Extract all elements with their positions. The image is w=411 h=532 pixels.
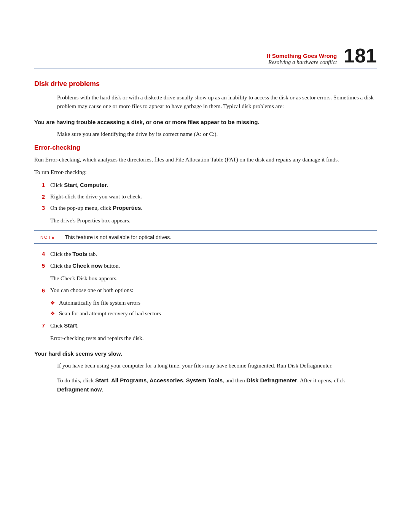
step-1-num: 1 <box>34 181 45 189</box>
step-1: 1 Click Start, Computer. <box>34 181 377 190</box>
steps-list-4: 7 Click Start. <box>34 321 377 330</box>
error-checking-section: Error-checking Run Error-checking, which… <box>34 144 377 343</box>
step-3-num: 3 <box>34 203 45 212</box>
bullet-1: ❖ Automatically fix file system errors <box>50 299 377 307</box>
diamond-icon-2: ❖ <box>50 310 55 318</box>
note-box: NOTE This feature is not available for o… <box>34 230 377 244</box>
diamond-icon-1: ❖ <box>50 299 55 307</box>
disk-drive-intro: Problems with the hard disk or with a di… <box>57 93 377 111</box>
step-6: 6 You can choose one or both options: <box>34 286 377 295</box>
step-5-sub: The Check Disk box appears. <box>50 274 377 283</box>
note-label: NOTE <box>40 235 57 240</box>
trouble-text: Make sure you are identifying the drive … <box>57 130 377 139</box>
page: If Something Goes Wrong Resolving a hard… <box>0 0 411 532</box>
step-3: 3 On the pop-up menu, click Properties. <box>34 203 377 212</box>
step-7-content: Click Start. <box>50 321 377 330</box>
hard-disk-slow-section: Your hard disk seems very slow. If you h… <box>34 350 377 394</box>
disk-drive-heading: Disk drive problems <box>34 80 377 88</box>
header-right: If Something Goes Wrong Resolving a hard… <box>267 53 337 66</box>
step-3-content: On the pop-up menu, click Properties. <box>50 203 377 212</box>
step-3-sub: The drive's Properties box appears. <box>50 216 377 225</box>
error-checking-heading: Error-checking <box>34 144 377 152</box>
step-2-num: 2 <box>34 192 45 201</box>
step-5-content: Click the Check now button. <box>50 261 377 270</box>
step-1-content: Click Start, Computer. <box>50 181 377 190</box>
step-5: 5 Click the Check now button. <box>34 261 377 270</box>
page-number: 181 <box>344 46 377 66</box>
steps-list-1: 1 Click Start, Computer. 2 Right-click t… <box>34 181 377 212</box>
hard-disk-slow-heading: Your hard disk seems very slow. <box>34 350 377 358</box>
step-2-content: Right-click the drive you want to check. <box>50 192 377 201</box>
page-header: If Something Goes Wrong Resolving a hard… <box>0 0 411 66</box>
bullet-2-text: Scan for and attempt recovery of bad sec… <box>59 309 161 318</box>
step-2: 2 Right-click the drive you want to chec… <box>34 192 377 201</box>
disk-drive-section: Disk drive problems Problems with the ha… <box>34 80 377 394</box>
header-subtitle: Resolving a hardware conflict <box>268 59 337 66</box>
step-6-num: 6 <box>34 286 45 295</box>
step-4: 4 Click the Tools tab. <box>34 249 377 259</box>
steps-list-3: 6 You can choose one or both options: <box>34 286 377 295</box>
step-7: 7 Click Start. <box>34 321 377 330</box>
trouble-heading: You are having trouble accessing a disk,… <box>34 118 377 126</box>
step-4-num: 4 <box>34 249 45 258</box>
note-content: This feature is not available for optica… <box>65 234 171 240</box>
bullet-1-text: Automatically fix file system errors <box>59 299 140 307</box>
step-6-content: You can choose one or both options: <box>50 286 377 295</box>
step-5-num: 5 <box>34 261 45 270</box>
chapter-title: If Something Goes Wrong <box>267 53 337 59</box>
step-4-content: Click the Tools tab. <box>50 249 377 259</box>
error-checking-body1: Run Error-checking, which analyzes the d… <box>34 155 377 164</box>
steps-list-2: 4 Click the Tools tab. 5 Click the Check… <box>34 249 377 270</box>
options-list: ❖ Automatically fix file system errors ❖… <box>50 299 377 318</box>
step-7-num: 7 <box>34 321 45 330</box>
to-run-text: To run Error-checking: <box>34 168 377 177</box>
step-7-sub: Error-checking tests and repairs the dis… <box>50 334 377 343</box>
bullet-2: ❖ Scan for and attempt recovery of bad s… <box>50 309 377 318</box>
main-content: Disk drive problems Problems with the ha… <box>0 69 411 415</box>
hard-disk-slow-para1: If you have been using your computer for… <box>57 361 377 370</box>
hard-disk-slow-para2: To do this, click Start, All Programs, A… <box>57 376 377 395</box>
